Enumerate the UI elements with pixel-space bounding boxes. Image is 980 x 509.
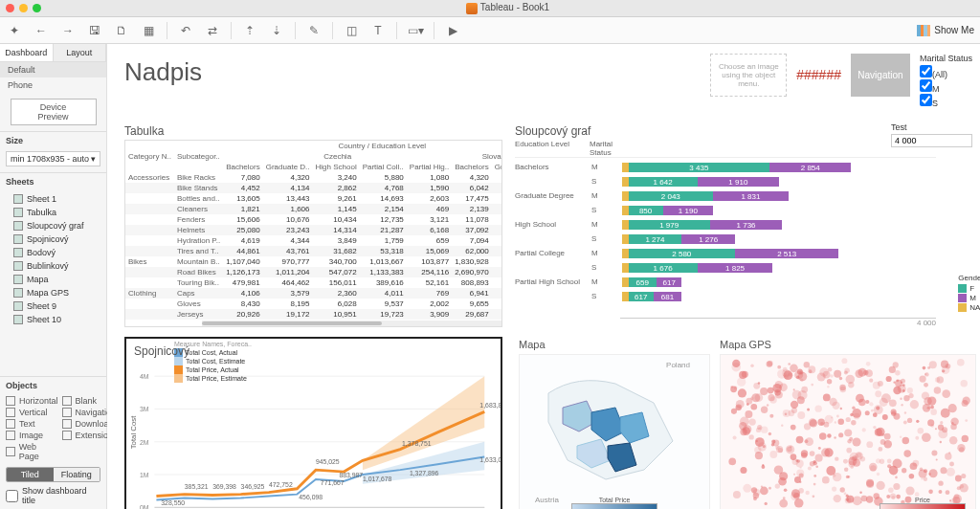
svg-point-285 [839, 385, 845, 390]
bar-row[interactable]: S1 6421 910 [515, 174, 936, 188]
svg-point-109 [930, 406, 934, 409]
maximize-window-icon[interactable] [33, 4, 41, 12]
filter-option-s[interactable]: S [920, 94, 972, 108]
svg-point-368 [900, 398, 902, 400]
svg-point-166 [819, 432, 827, 440]
show-title-checkbox[interactable]: Show dashboard title [6, 486, 100, 505]
svg-point-404 [737, 377, 746, 386]
device-phone[interactable]: Phone [0, 77, 106, 93]
show-me-button[interactable]: Show Me [917, 25, 974, 36]
fit-dropdown[interactable]: ▭▾ [407, 22, 424, 39]
bar-row[interactable]: BachelorsM3 4352 854 [515, 160, 936, 174]
table-row[interactable]: Fenders15,60610,67610,43412,7353,12111,0… [125, 214, 502, 225]
sheet-item-6[interactable]: Mapa [0, 273, 106, 286]
labels-icon[interactable]: T [369, 22, 387, 39]
forward-button[interactable]: → [59, 22, 77, 39]
svg-text:328,550: 328,550 [161, 499, 185, 506]
object-image[interactable]: Image [6, 431, 58, 440]
group-icon[interactable]: ◫ [343, 22, 360, 39]
table-row[interactable]: Gloves8,4308,1956,0289,5372,0029,6552,94… [125, 299, 502, 309]
legend-item[interactable]: NA [958, 303, 980, 312]
new-worksheet-icon[interactable]: ▦ [140, 22, 157, 39]
svg-point-170 [750, 404, 757, 410]
table-row[interactable]: Hydration P..4,6194,3443,8491,7596597,09… [125, 235, 502, 246]
table-row[interactable]: Road Bikes1,126,1731,011,204547,0721,133… [125, 267, 502, 277]
object-horizontal[interactable]: Horizontal [6, 396, 58, 406]
tab-layout[interactable]: Layout [54, 44, 107, 61]
svg-point-398 [858, 368, 867, 377]
map-gps-view[interactable]: Price 75 0007 700 000 [720, 354, 976, 509]
line-chart-view[interactable]: Spojnicový Measure Names, Foreca.. Total… [124, 337, 502, 509]
close-window-icon[interactable] [6, 4, 14, 12]
device-default[interactable]: Default [0, 62, 106, 77]
svg-point-339 [907, 418, 912, 423]
sheet-item-5[interactable]: Bublinkový [0, 259, 106, 273]
object-web page[interactable]: Web Page [6, 442, 58, 461]
tabulka-view[interactable]: Country / Education LevelCategory N..Sub… [124, 140, 502, 327]
bar-row[interactable]: Partial CollegeM2 5802 513 [515, 246, 936, 260]
tableau-menu-icon[interactable]: ✦ [6, 22, 23, 39]
svg-point-137 [844, 371, 848, 375]
bar-row[interactable]: Partial High SchoolM659617 [515, 275, 936, 289]
sheet-item-1[interactable]: Tabulka [0, 206, 106, 219]
size-dropdown[interactable]: min 1708x935 - auto▾ [6, 151, 100, 166]
svg-point-41 [923, 366, 926, 370]
table-row[interactable]: AccessoriesBike Racks7,0804,3203,2405,88… [125, 172, 502, 183]
bar-row[interactable]: S1 6761 825 [515, 260, 936, 275]
present-icon[interactable]: ▶ [444, 22, 461, 39]
filter-option-m[interactable]: M [920, 79, 972, 94]
svg-point-415 [796, 469, 804, 476]
svg-point-345 [789, 409, 795, 416]
swap-icon[interactable]: ⇄ [204, 22, 221, 39]
sheet-item-3[interactable]: Spojnicový [0, 232, 106, 246]
device-preview-button[interactable]: Device Preview [11, 99, 97, 125]
bar-row[interactable]: S1 2741 276 [515, 232, 936, 246]
table-row[interactable]: Touring Bik..479,981464,462156,011389,61… [125, 277, 502, 288]
floating-button[interactable]: Floating [54, 468, 100, 481]
dashboard-title[interactable]: Nadpis [124, 57, 202, 87]
minimize-window-icon[interactable] [19, 4, 28, 12]
navigation-button[interactable]: Navigation [851, 54, 910, 97]
sheet-item-8[interactable]: Sheet 9 [0, 299, 106, 313]
object-vertical[interactable]: Vertical [6, 408, 58, 417]
bar-row[interactable]: S617681 [515, 289, 936, 303]
bar-row[interactable]: High SchoolM1 9791 736 [515, 217, 936, 232]
undo-button-icon[interactable]: ↶ [177, 22, 194, 39]
highlight-icon[interactable]: ✎ [305, 22, 323, 39]
sheet-item-9[interactable]: Sheet 10 [0, 313, 106, 326]
sort-desc-icon[interactable]: ⇣ [268, 22, 285, 39]
image-placeholder[interactable]: Choose an image using the object menu. [710, 54, 787, 97]
legend-item[interactable]: M [958, 294, 980, 302]
table-row[interactable]: Bottles and..13,60513,4439,26114,6932,60… [125, 193, 502, 204]
sheet-item-2[interactable]: Sloupcový graf [0, 219, 106, 232]
sheet-item-0[interactable]: Sheet 1 [0, 192, 106, 206]
svg-point-377 [965, 419, 968, 422]
table-row[interactable]: Helmets25,08023,24314,31421,2876,16837,0… [125, 225, 502, 235]
sheet-item-7[interactable]: Mapa GPS [0, 286, 106, 299]
sort-asc-icon[interactable]: ⇡ [241, 22, 258, 39]
legend-item[interactable]: F [958, 284, 980, 293]
table-row[interactable]: Jerseys20,92619,17210,95119,7233,90929,6… [125, 309, 502, 320]
tiled-button[interactable]: Tiled [7, 468, 54, 481]
sheet-item-4[interactable]: Bodový [0, 246, 106, 259]
tab-dashboard[interactable]: Dashboard [0, 44, 54, 61]
bar-row[interactable]: S8501 190 [515, 203, 936, 217]
back-button[interactable]: ← [33, 22, 50, 39]
save-button[interactable]: 🖫 [86, 22, 103, 39]
table-row[interactable]: Tires and T..44,86143,76131,68253,31815,… [125, 246, 502, 256]
table-row[interactable]: BikesMountain B..1,107,040970,777340,700… [125, 256, 502, 267]
svg-point-342 [851, 466, 854, 469]
hash-text-object[interactable]: ###### [796, 54, 841, 82]
table-row[interactable]: ClothingCaps4,1063,5792,3604,0117696,941… [125, 288, 502, 299]
new-datasource-icon[interactable]: 🗋 [113, 22, 130, 39]
filter-option-all[interactable]: (All) [920, 65, 972, 79]
table-row[interactable]: Cleaners1,8211,6061,1452,1544692,139739 [125, 204, 502, 214]
map-view[interactable]: Poland Austria Total Price 897,5797,416,… [519, 354, 710, 509]
bar-chart-view[interactable]: Education LevelMarital Status BachelorsM… [515, 140, 936, 327]
bar-row[interactable]: Graduate DegreeM2 0431 831 [515, 188, 936, 203]
object-text[interactable]: Text [6, 419, 58, 429]
horizontal-scrollbar[interactable] [202, 321, 501, 326]
mapa-gps-title: Mapa GPS [720, 339, 771, 350]
table-row[interactable]: Bike Stands4,4524,1342,8624,7681,5906,04… [125, 183, 502, 193]
sheet-icon [13, 208, 23, 217]
